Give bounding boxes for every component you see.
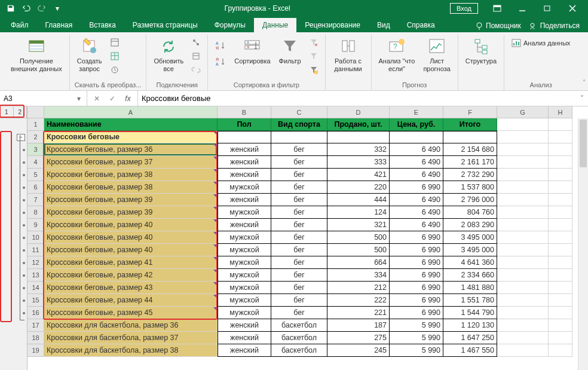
data-tools-button[interactable]: Работа с данными	[330, 35, 366, 75]
cell-a-19[interactable]: Кроссовки для баскетбола, размер 38	[44, 344, 218, 357]
empty-cell[interactable]	[497, 282, 549, 294]
tab-formulas[interactable]: Формулы	[206, 18, 254, 32]
cell-c-11[interactable]: бег	[271, 244, 327, 256]
row-header-13[interactable]: 13	[27, 269, 44, 282]
qat-customize-icon[interactable]: ▾	[50, 1, 65, 16]
show-queries-button[interactable]	[108, 36, 121, 49]
cell-a-7[interactable]: Кроссовки беговые, размер 39	[44, 194, 218, 206]
cell-d-18[interactable]: 275	[327, 332, 390, 344]
signin-button[interactable]: Вход	[450, 3, 478, 14]
row-header-5[interactable]: 5	[27, 169, 44, 181]
empty-cell[interactable]	[497, 344, 549, 357]
cell-e-17[interactable]: 5 990	[390, 319, 443, 332]
cell-d-10[interactable]: 500	[327, 231, 390, 244]
cell-f-18[interactable]: 1 647 250	[443, 332, 497, 344]
empty-cell[interactable]	[497, 256, 549, 269]
cell-c-4[interactable]: бег	[271, 156, 327, 169]
empty-cell[interactable]	[549, 307, 572, 319]
empty-cell[interactable]	[497, 269, 549, 282]
tab-file[interactable]: Файл	[2, 18, 37, 32]
cell-d-4[interactable]: 333	[327, 156, 390, 169]
cell-f-7[interactable]: 2 796 000	[443, 194, 497, 206]
empty-cell[interactable]	[549, 244, 572, 256]
clear-filter-button[interactable]	[307, 36, 320, 49]
empty-cell[interactable]	[497, 206, 549, 219]
ribbon-options-icon[interactable]	[485, 1, 509, 16]
cell-b-3[interactable]: женский	[218, 143, 271, 156]
col-header-G[interactable]: G	[497, 106, 549, 118]
edit-links-button[interactable]	[189, 63, 203, 77]
cell-e-9[interactable]: 6 490	[390, 219, 443, 231]
cell-d-19[interactable]: 245	[327, 344, 390, 357]
cell-a-8[interactable]: Кроссовки беговые, размер 39	[44, 206, 218, 219]
sort-za-button[interactable]: ЯA	[213, 54, 228, 70]
enter-formula-button[interactable]: ✓	[105, 92, 120, 105]
cell-d-13[interactable]: 334	[327, 269, 390, 282]
cell-f-11[interactable]: 3 495 000	[443, 244, 497, 256]
cell-c-12[interactable]: бег	[271, 256, 327, 269]
row-header-19[interactable]: 19	[27, 344, 44, 357]
new-query-button[interactable]: Создать запрос	[75, 35, 105, 75]
cell-a-3[interactable]: Кроссовки беговые, размер 36	[44, 143, 218, 156]
redo-button[interactable]	[35, 1, 49, 16]
cell-a-15[interactable]: Кроссовки беговые, размер 44	[44, 294, 218, 307]
cell-d-3[interactable]: 332	[327, 143, 390, 156]
cell-d-16[interactable]: 221	[327, 307, 390, 319]
save-button[interactable]	[4, 1, 18, 16]
cell-f-3[interactable]: 2 154 680	[443, 143, 497, 156]
cell-d-12[interactable]: 664	[327, 256, 390, 269]
row-header-1[interactable]: 1	[27, 118, 44, 131]
tab-data[interactable]: Данные	[254, 18, 296, 32]
cell-f-15[interactable]: 1 551 780	[443, 294, 497, 307]
cell-f-8[interactable]: 804 760	[443, 206, 497, 219]
empty-cell[interactable]	[549, 206, 572, 219]
empty-cell[interactable]	[497, 181, 549, 194]
cell-e-8[interactable]: 6 490	[390, 206, 443, 219]
cell-b-13[interactable]: мужской	[218, 269, 271, 282]
empty-cell[interactable]	[497, 294, 549, 307]
name-box-input[interactable]	[4, 94, 75, 103]
tab-review[interactable]: Рецензирование	[296, 18, 369, 32]
data-cell[interactable]	[218, 131, 271, 143]
cell-e-4[interactable]: 6 490	[390, 156, 443, 169]
row-header-16[interactable]: 16	[27, 307, 44, 319]
data-cell[interactable]	[271, 131, 327, 143]
row-header-10[interactable]: 10	[27, 231, 44, 244]
empty-cell[interactable]	[549, 256, 572, 269]
empty-cell[interactable]	[549, 269, 572, 282]
cell-a-17[interactable]: Кроссовки для баскетбола, размер 36	[44, 319, 218, 332]
row-header-6[interactable]: 6	[27, 181, 44, 194]
cell-d-11[interactable]: 500	[327, 244, 390, 256]
cell-f-13[interactable]: 2 334 660	[443, 269, 497, 282]
row-header-14[interactable]: 14	[27, 282, 44, 294]
what-if-button[interactable]: ? Анализ "что если"	[376, 35, 418, 75]
empty-cell[interactable]	[549, 131, 572, 143]
cell-e-7[interactable]: 6 490	[390, 194, 443, 206]
cell-a-11[interactable]: Кроссовки беговые, размер 40	[44, 244, 218, 256]
maximize-button[interactable]	[535, 1, 559, 16]
data-cell[interactable]	[443, 131, 497, 143]
cell-c-3[interactable]: бег	[271, 143, 327, 156]
cancel-formula-button[interactable]: ✕	[90, 92, 104, 105]
cell-b-17[interactable]: женский	[218, 319, 271, 332]
cell-b-18[interactable]: женский	[218, 332, 271, 344]
empty-cell[interactable]	[497, 219, 549, 231]
cell-f-14[interactable]: 1 481 880	[443, 282, 497, 294]
empty-cell[interactable]	[497, 143, 549, 156]
reapply-filter-button[interactable]	[307, 50, 320, 63]
cell-d-6[interactable]: 220	[327, 181, 390, 194]
empty-cell[interactable]	[549, 156, 572, 169]
recent-sources-button[interactable]	[108, 63, 121, 77]
cell-b-12[interactable]: мужской	[218, 256, 271, 269]
cell-b-11[interactable]: мужской	[218, 244, 271, 256]
forecast-sheet-button[interactable]: Лист прогноза	[421, 35, 452, 75]
cell-e-15[interactable]: 6 990	[390, 294, 443, 307]
row-header-8[interactable]: 8	[27, 206, 44, 219]
cell-c-18[interactable]: баскетбол	[271, 332, 327, 344]
select-all-button[interactable]	[27, 106, 44, 118]
minimize-button[interactable]	[510, 1, 534, 16]
empty-cell[interactable]	[549, 169, 572, 181]
empty-cell[interactable]	[549, 282, 572, 294]
expand-formula-bar-icon[interactable]: ˅	[576, 91, 588, 106]
filter-button[interactable]: Фильтр	[277, 35, 304, 68]
